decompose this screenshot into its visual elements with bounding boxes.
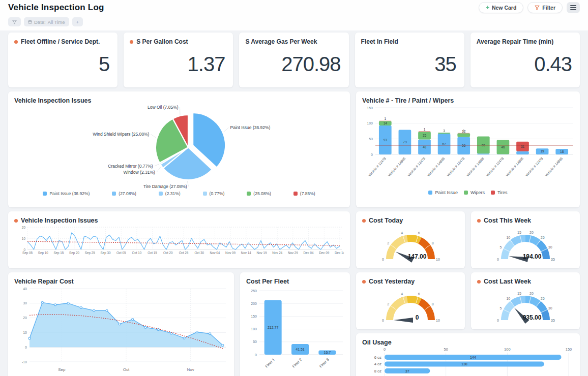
funnel-icon	[12, 20, 17, 24]
oil-usage-chart[interactable]: 0501001506 oz1444 oz1308 oz37	[362, 347, 574, 376]
svg-text:25: 25	[423, 134, 427, 137]
legend-label: Tires	[497, 190, 508, 195]
svg-text:212.77: 212.77	[268, 326, 279, 329]
kpi-value: 5	[99, 53, 109, 76]
card-accent-dot	[477, 219, 481, 223]
svg-text:Sep 30: Sep 30	[101, 251, 111, 255]
svg-text:19: 19	[540, 149, 544, 153]
kpi-value: 0.43	[534, 53, 572, 76]
svg-text:Oct 10: Oct 10	[132, 251, 142, 255]
svg-text:50: 50	[253, 340, 257, 343]
filter-chip[interactable]	[8, 17, 21, 26]
new-card-button[interactable]: + New Card	[479, 2, 523, 13]
svg-text:Vehicle # 14886: Vehicle # 14886	[505, 156, 524, 177]
filter-chips-row: Date: All Time +	[0, 15, 588, 30]
legend-item[interactable]: Tires	[491, 190, 508, 195]
legend-swatch	[247, 192, 251, 196]
svg-text:15: 15	[517, 292, 521, 295]
svg-text:Fleet 3: Fleet 3	[318, 357, 330, 369]
svg-text:Sep 05: Sep 05	[22, 251, 33, 255]
svg-text:Vehicle # 14886: Vehicle # 14886	[465, 156, 485, 177]
legend-item[interactable]: (2.31%)	[159, 191, 181, 196]
kpi-card-fleet-in-field: Fleet In Field 35	[355, 33, 464, 87]
vehicle-stacked-bar-card: Vehicle # - Tire / Paint / Wipers 050100…	[356, 91, 580, 207]
legend-item[interactable]: (7.85%)	[293, 191, 315, 196]
svg-text:147.00: 147.00	[408, 253, 427, 260]
legend-item[interactable]: (27.08%)	[112, 191, 136, 196]
date-filter-chip[interactable]: Date: All Time	[24, 17, 69, 26]
svg-text:100: 100	[367, 121, 373, 125]
svg-text:20: 20	[530, 292, 534, 295]
cost-yesterday-gauge[interactable]: 02468100	[362, 286, 459, 324]
filter-button[interactable]: Filter	[527, 2, 563, 13]
legend-item[interactable]: Paint Issue	[428, 190, 458, 195]
svg-text:Cracked Mirror (0.77%): Cracked Mirror (0.77%)	[108, 164, 153, 169]
cost-today-gauge[interactable]: 0246810147.00	[362, 225, 459, 263]
svg-text:Low Oil (7.85%): Low Oil (7.85%)	[148, 105, 179, 110]
svg-text:10: 10	[436, 258, 440, 261]
vehicle-repair-cost-chart[interactable]: -10010203040SepOctNov	[14, 286, 228, 374]
add-filter-chip[interactable]: +	[72, 17, 83, 26]
svg-text:Sep 10: Sep 10	[38, 251, 48, 255]
card-accent-dot	[362, 280, 366, 284]
svg-text:20: 20	[23, 316, 27, 320]
menu-button[interactable]	[567, 2, 580, 13]
legend-item[interactable]: Paint Issue (36.92%)	[43, 191, 90, 196]
kpi-value: 35	[434, 53, 456, 76]
funnel-icon	[535, 5, 540, 10]
svg-text:Sep: Sep	[58, 367, 66, 372]
card-accent-dot	[362, 219, 366, 223]
svg-text:Dec 09: Dec 09	[319, 251, 329, 255]
svg-text:8 oz: 8 oz	[374, 369, 381, 373]
legend-item[interactable]: (0.77%)	[203, 191, 225, 196]
svg-text:Window (2.31%): Window (2.31%)	[123, 170, 155, 175]
svg-text:3: 3	[443, 129, 445, 133]
svg-text:10: 10	[506, 297, 510, 300]
svg-text:14: 14	[384, 121, 388, 125]
cost-per-fleet-chart[interactable]: 050100150200250212.77Fleet 141.51Fleet 2…	[246, 286, 344, 374]
svg-text:30: 30	[548, 306, 552, 310]
svg-text:Vehicle # 14886: Vehicle # 14886	[426, 156, 446, 177]
svg-text:Sep 15: Sep 15	[53, 251, 64, 255]
card-accent-dot	[14, 219, 18, 223]
svg-text:250: 250	[251, 289, 257, 293]
svg-text:56: 56	[462, 144, 466, 147]
inspection-issues-line-chart[interactable]: 01020Sep 05Sep 10Sep 15Sep 20Sep 25Sep 3…	[14, 225, 344, 262]
app-header: Vehicle Inspection Log + New Card Filter	[0, 0, 588, 15]
svg-text:Sep 20: Sep 20	[69, 251, 79, 255]
kpi-card-average-gas: S Average Gas Per Week 270.98	[239, 33, 348, 87]
legend-item[interactable]: Wipers	[464, 190, 485, 195]
cost-this-week-gauge[interactable]: 05101520253035194.00	[477, 225, 574, 263]
vehicle-stacked-bar-chart[interactable]: 05010015093141Vehicle # 1247879Vehicle #…	[362, 105, 574, 190]
stacked-bar-legend: Paint IssueWipersTires	[362, 190, 574, 195]
legend-swatch	[112, 192, 116, 196]
legend-label: Paint Issue	[435, 190, 458, 195]
svg-text:37: 37	[405, 369, 409, 373]
svg-text:10: 10	[23, 331, 27, 334]
svg-text:Fleet 2: Fleet 2	[291, 357, 303, 369]
svg-text:Oct 05: Oct 05	[116, 251, 126, 255]
svg-text:30: 30	[548, 245, 552, 249]
svg-text:0: 0	[416, 314, 419, 321]
legend-item[interactable]: (25.08%)	[247, 191, 271, 196]
svg-text:0: 0	[384, 347, 386, 352]
svg-text:41.51: 41.51	[296, 348, 305, 351]
svg-text:4: 4	[401, 292, 403, 296]
svg-text:Vehicle # 12478: Vehicle # 12478	[485, 156, 505, 177]
svg-text:Fleet 1: Fleet 1	[264, 357, 276, 369]
inspection-issues-pie-card: Vehicle Inspection Issues Paint Issue (3…	[8, 91, 350, 207]
inspection-issues-pie-chart[interactable]: Paint Issue (36.92%)Tire Damage (27.08%)…	[14, 105, 344, 190]
svg-text:4 oz: 4 oz	[374, 362, 381, 366]
svg-text:150: 150	[367, 106, 373, 110]
card-accent-dot	[130, 40, 133, 44]
svg-text:48: 48	[423, 145, 427, 149]
svg-text:2: 2	[387, 241, 389, 245]
card-accent-dot	[477, 280, 481, 284]
legend-swatch	[159, 192, 163, 196]
svg-text:Oct 30: Oct 30	[194, 251, 204, 255]
svg-text:100: 100	[504, 347, 511, 352]
svg-text:Oct 15: Oct 15	[148, 251, 157, 255]
cost-last-week-gauge[interactable]: 05101520253035935.00	[477, 286, 574, 324]
svg-text:150: 150	[251, 315, 257, 318]
chart-title: Cost Today	[369, 217, 403, 224]
